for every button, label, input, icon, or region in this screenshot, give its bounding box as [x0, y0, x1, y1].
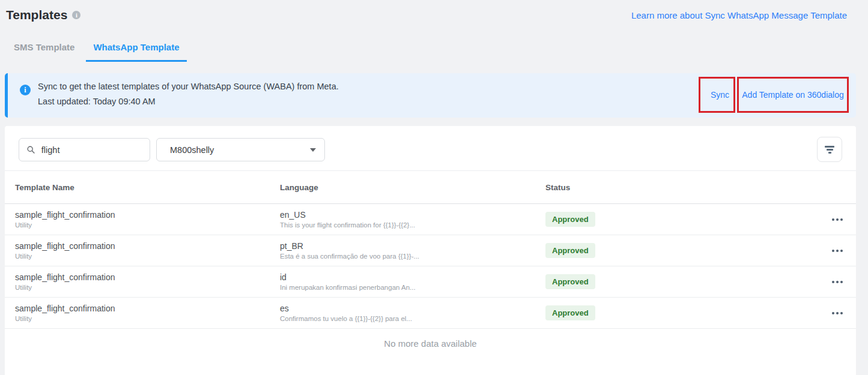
template-preview: Esta é a sua confirmação de voo para {{1…	[280, 253, 545, 260]
row-menu-icon[interactable]	[831, 308, 844, 318]
info-icon: i	[20, 85, 31, 95]
template-name: sample_flight_confirmation	[15, 241, 280, 251]
language-code: pt_BR	[280, 241, 545, 251]
row-menu-icon[interactable]	[831, 215, 844, 224]
template-name-cell: sample_flight_confirmation Utility	[15, 241, 280, 260]
table-row: sample_flight_confirmation Utility id In…	[5, 266, 856, 298]
status-badge: Approved	[545, 243, 595, 258]
template-category: Utility	[15, 221, 280, 229]
search-icon	[26, 145, 35, 155]
language-cell: id Ini merupakan konfirmasi penerbangan …	[280, 272, 545, 292]
template-category: Utility	[15, 315, 280, 323]
templates-card: M800shelly Template Name Language Status…	[5, 126, 856, 375]
status-badge: Approved	[545, 274, 595, 289]
template-name-cell: sample_flight_confirmation Utility	[15, 210, 280, 229]
template-name-cell: sample_flight_confirmation Utility	[15, 272, 280, 292]
template-category: Utility	[15, 284, 280, 292]
add-template-annotation-box: Add Template on 360dialog	[737, 77, 849, 113]
sync-info-banner: i Sync to get the latest templates of yo…	[5, 73, 856, 118]
empty-state-message: No more data available	[5, 329, 856, 349]
column-header-language: Language	[280, 183, 545, 192]
status-badge: Approved	[545, 305, 595, 320]
learn-more-link[interactable]: Learn more about Sync WhatsApp Message T…	[631, 10, 847, 20]
banner-last-updated: Last updated: Today 09:40 AM	[38, 97, 339, 106]
table-row: sample_flight_confirmation Utility pt_BR…	[5, 235, 856, 266]
table-row: sample_flight_confirmation Utility en_US…	[5, 204, 856, 235]
language-cell: es Confirmamos tu vuelo a {{1}}-{{2}} pa…	[280, 304, 545, 323]
template-name-cell: sample_flight_confirmation Utility	[15, 304, 280, 323]
search-box	[19, 138, 150, 161]
table-header: Template Name Language Status	[5, 171, 856, 204]
language-code: id	[280, 272, 545, 282]
language-cell: pt_BR Esta é a sua confirmação de voo pa…	[280, 241, 545, 260]
source-select[interactable]: M800shelly	[156, 138, 325, 161]
page-header: Templates i Learn more about Sync WhatsA…	[6, 8, 847, 22]
add-template-button[interactable]: Add Template on 360dialog	[742, 90, 843, 100]
table-row: sample_flight_confirmation Utility es Co…	[5, 298, 856, 329]
template-name: sample_flight_confirmation	[15, 210, 280, 220]
language-code: es	[280, 304, 545, 313]
table-body: sample_flight_confirmation Utility en_US…	[5, 204, 856, 329]
tab-sms-template[interactable]: SMS Template	[7, 42, 82, 62]
tab-whatsapp-template[interactable]: WhatsApp Template	[86, 42, 186, 62]
status-badge: Approved	[545, 212, 595, 227]
template-preview: Confirmamos tu vuelo a {{1}}-{{2}} para …	[280, 315, 545, 323]
row-menu-icon[interactable]	[831, 277, 844, 287]
status-cell: Approved	[545, 274, 810, 289]
actions-cell	[810, 277, 844, 287]
banner-text: Sync to get the latest templates of your…	[38, 82, 339, 106]
row-menu-icon[interactable]	[831, 246, 844, 256]
info-icon[interactable]: i	[72, 11, 80, 19]
page-title: Templates	[6, 8, 67, 22]
filter-icon	[825, 146, 834, 154]
actions-cell	[810, 308, 844, 318]
template-preview: Ini merupakan konfirmasi penerbangan An.…	[280, 284, 545, 292]
language-cell: en_US This is your flight confirmation f…	[280, 210, 545, 229]
actions-cell	[810, 215, 844, 224]
column-header-template-name: Template Name	[15, 183, 280, 192]
filter-button[interactable]	[817, 137, 842, 162]
status-cell: Approved	[545, 305, 810, 320]
status-cell: Approved	[545, 243, 810, 258]
template-name: sample_flight_confirmation	[15, 272, 280, 282]
template-name: sample_flight_confirmation	[15, 304, 280, 313]
chevron-down-icon	[310, 148, 316, 152]
column-header-status: Status	[545, 183, 810, 192]
banner-message: Sync to get the latest templates of your…	[38, 82, 339, 91]
actions-cell	[810, 246, 844, 256]
status-cell: Approved	[545, 212, 810, 227]
sync-button[interactable]: Sync	[711, 90, 729, 100]
source-select-value: M800shelly	[170, 145, 310, 155]
template-category: Utility	[15, 253, 280, 260]
table-toolbar: M800shelly	[5, 126, 856, 171]
language-code: en_US	[280, 210, 545, 220]
sync-annotation-box: Sync	[699, 77, 735, 113]
template-tabs: SMS Template WhatsApp Template	[7, 42, 187, 62]
template-preview: This is your flight confirmation for {{1…	[280, 221, 545, 229]
search-input[interactable]	[41, 145, 144, 155]
